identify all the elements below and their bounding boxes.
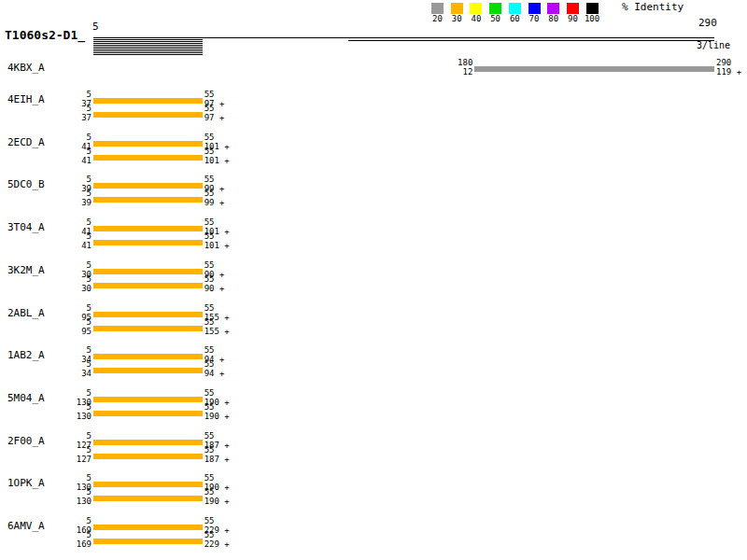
alignment-bar[interactable] [474, 66, 714, 72]
alignment-bar[interactable] [93, 440, 203, 445]
hit-start-label: 12 [416, 68, 472, 76]
hit-end-label: 101 + [204, 242, 270, 249]
alignment-bar[interactable] [93, 454, 203, 459]
hit-end-label: 190 + [204, 497, 270, 505]
query-end-label: 55 [204, 261, 270, 269]
query-start-label: 5 [35, 517, 92, 525]
query-start-label: 5 [35, 105, 92, 112]
query-end-label: 55 [204, 403, 270, 411]
alignment-bar[interactable] [93, 183, 203, 189]
hit-end-label: 190 + [204, 413, 270, 420]
hit-end-label: 187 + [204, 455, 270, 463]
query-end-label: 55 [204, 189, 270, 197]
alignment-bar[interactable] [93, 155, 203, 161]
query-start-label: 5 [35, 261, 92, 269]
query-start-label: 5 [35, 189, 92, 197]
hit-rows: 4KBX_A18012290119 +4EIH_A5375597 +537559… [0, 0, 747, 560]
query-end-label: 55 [204, 517, 270, 525]
alignment-bar[interactable] [93, 496, 203, 501]
hit-end-label: 99 + [204, 199, 270, 206]
query-end-label: 55 [204, 105, 270, 112]
query-start-label: 5 [35, 232, 92, 240]
query-start-label: 5 [35, 531, 92, 539]
hit-start-label: 95 [35, 328, 92, 335]
hit-start-label: 30 [35, 285, 92, 292]
hit-start-label: 127 [35, 455, 92, 463]
hit-start-label: 130 [35, 413, 92, 420]
hit-end-label: 155 + [204, 328, 270, 335]
query-start-label: 5 [35, 403, 92, 411]
alignment-bar[interactable] [93, 397, 203, 402]
query-end-label: 55 [204, 360, 270, 368]
query-end-label: 55 [204, 318, 270, 326]
query-end-label: 55 [204, 531, 270, 539]
hit-end-label: 90 + [204, 285, 270, 292]
alignment-bar[interactable] [93, 283, 203, 288]
query-start-label: 5 [35, 474, 92, 482]
query-end-label: 55 [204, 275, 270, 283]
alignment-bar[interactable] [93, 98, 203, 104]
hit-start-label: 41 [35, 157, 92, 164]
alignment-bar[interactable] [93, 525, 203, 530]
hit-start-label: 34 [35, 370, 92, 377]
alignment-bar[interactable] [93, 112, 203, 118]
hit-start-label: 169 [35, 540, 92, 548]
alignment-bar[interactable] [93, 269, 203, 274]
alignment-overview: 2030405060708090100 % Identity 5 290 T10… [0, 0, 747, 560]
query-start-label: 5 [35, 175, 92, 183]
hit-start-label: 39 [35, 199, 92, 206]
alignment-bar[interactable] [93, 482, 203, 487]
query-end-label: 55 [204, 91, 270, 98]
query-end-label: 55 [204, 474, 270, 482]
query-start-label: 5 [35, 346, 92, 354]
query-start-label: 5 [35, 432, 92, 440]
alignment-bar[interactable] [93, 141, 203, 147]
alignment-bar[interactable] [93, 226, 203, 231]
hit-end-label: 94 + [204, 370, 270, 377]
query-end-label: 55 [204, 232, 270, 240]
query-start-label: 5 [35, 147, 92, 155]
hit-name[interactable]: 4KBX_A [7, 63, 45, 73]
query-start-label: 5 [35, 389, 92, 397]
query-end-label: 55 [204, 133, 270, 141]
hit-end-label: 97 + [204, 114, 270, 121]
query-end-label: 55 [204, 488, 270, 496]
alignment-bar[interactable] [93, 312, 203, 317]
hit-end-label: 119 + [716, 68, 747, 76]
query-start-label: 5 [35, 218, 92, 226]
query-start-label: 5 [35, 360, 92, 368]
query-start-label: 5 [35, 446, 92, 454]
query-end-label: 55 [204, 346, 270, 354]
hit-start-label: 41 [35, 242, 92, 249]
query-end-label: 55 [204, 432, 270, 440]
query-end-label: 290 [716, 59, 747, 66]
query-end-label: 55 [204, 446, 270, 454]
query-end-label: 55 [204, 304, 270, 312]
hit-start-label: 130 [35, 497, 92, 505]
alignment-bar[interactable] [93, 240, 203, 245]
query-end-label: 55 [204, 147, 270, 155]
query-end-label: 55 [204, 175, 270, 183]
query-end-label: 55 [204, 218, 270, 226]
alignment-bar[interactable] [93, 539, 203, 544]
hit-end-label: 101 + [204, 157, 270, 164]
query-start-label: 5 [35, 318, 92, 326]
alignment-bar[interactable] [93, 368, 203, 373]
query-start-label: 5 [35, 133, 92, 141]
query-end-label: 55 [204, 389, 270, 397]
alignment-bar[interactable] [93, 326, 203, 331]
query-start-label: 5 [35, 275, 92, 283]
alignment-bar[interactable] [93, 354, 203, 359]
alignment-bar[interactable] [93, 411, 203, 416]
query-start-label: 5 [35, 488, 92, 496]
hit-start-label: 37 [35, 114, 92, 121]
query-start-label: 5 [35, 304, 92, 312]
query-start-label: 180 [416, 59, 472, 66]
hit-end-label: 229 + [204, 540, 270, 548]
query-start-label: 5 [35, 91, 92, 98]
alignment-bar[interactable] [93, 197, 203, 203]
